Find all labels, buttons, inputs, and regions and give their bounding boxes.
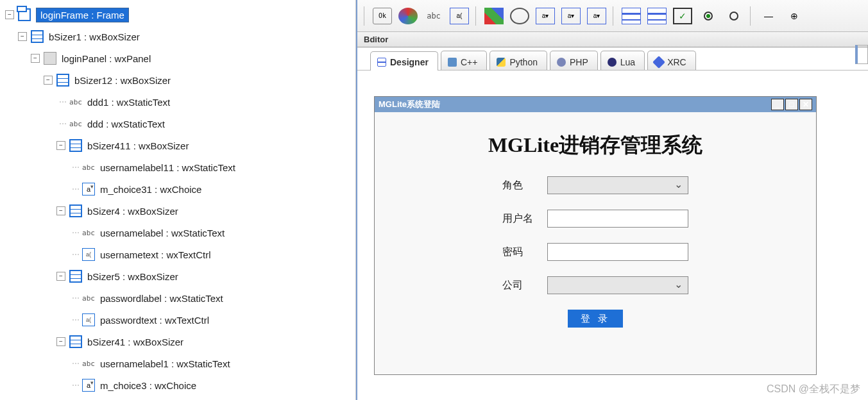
tab-php[interactable]: PHP [550,51,598,70]
tab-cpp[interactable]: C++ [441,51,487,70]
collapse-icon[interactable]: − [56,272,65,281]
role-select[interactable] [547,176,688,194]
tab-xrc[interactable]: XRC [647,51,696,70]
row-company: 公司 [413,276,778,294]
tab-designer[interactable]: Designer [370,51,438,71]
tree-label: loginFrame : Frame [36,8,129,22]
choice-widget-icon[interactable]: a▾ [561,8,581,24]
tree-node-textctrl[interactable]: ⋯ a( passwordtext : wxTextCtrl [5,309,355,331]
tree-node-statictext[interactable]: ⋯ abc passwordlabel : wxStaticText [5,287,355,309]
collapse-icon[interactable]: − [56,141,65,150]
collapse-icon[interactable]: − [18,32,27,41]
tree-node-choice[interactable]: ⋯ a m_choice3 : wxChoice [5,374,355,396]
object-tree[interactable]: − loginFrame : Frame − bSizer1 : wxBoxSi… [0,0,355,400]
tree-node-sizer[interactable]: − bSizer41 : wxBoxSizer [5,331,355,353]
tree-node-statictext[interactable]: ⋯ abc usernamelabel11 : wxStaticText [5,156,355,178]
cpp-icon [448,58,457,67]
textctrl-widget-icon[interactable]: a( [450,8,469,24]
login-heading: MGLite进销存管理系统 [413,131,778,160]
sizer-icon [69,270,82,283]
tree-node-statictext[interactable]: ⋯ abc usernamelabel1 : wxStaticText [5,353,355,374]
tree-node-statictext[interactable]: ⋯ abc usernamelabel : wxStaticText [5,222,355,244]
listbox-widget-icon[interactable] [622,8,641,24]
collapse-icon[interactable]: − [56,337,65,346]
statictext-widget-icon[interactable]: abc [424,8,443,24]
tree-node-sizer[interactable]: − bSizer12 : wxBoxSizer [5,69,355,91]
designer-icon [377,58,386,67]
sizer-icon [69,335,82,348]
combobox-widget-icon[interactable]: a▾ [536,8,555,24]
maximize-icon[interactable]: □ [785,99,798,110]
minimize-icon[interactable]: _ [771,99,784,110]
password-label: 密码 [502,246,547,259]
slider-widget-icon[interactable]: — [759,8,778,24]
video-widget-icon[interactable] [510,8,529,24]
company-label: 公司 [502,279,547,292]
row-role: 角色 [413,176,778,194]
radio-widget-icon[interactable] [699,8,718,24]
checkbox-widget-icon[interactable]: ✓ [673,8,692,24]
textctrl-icon: a( [82,313,95,326]
statictext-icon: abc [82,161,95,174]
watermark: CSDN @全栈不是梦 [767,383,860,396]
widget-toolbar: Ok abc a( a▾ a▾ a▾ ✓ — ⊕ [357,0,868,32]
tree-node-frame[interactable]: − loginFrame : Frame [5,4,355,26]
php-icon [557,58,566,67]
code-tabs: Designer C++ Python PHP Lua XRC [357,47,868,71]
button-widget-icon[interactable]: Ok [373,8,392,24]
password-input[interactable] [547,243,688,261]
collapse-icon[interactable]: − [31,54,40,63]
window-title: MGLite系统登陆 [379,99,771,110]
window-titlebar[interactable]: MGLite系统登陆 _ □ ✕ [375,97,816,112]
collapse-icon[interactable]: − [56,206,65,215]
tree-node-button[interactable]: ⋯ Ok login : wxButton [5,396,355,400]
tab-lua[interactable]: Lua [600,51,645,70]
choice2-widget-icon[interactable]: a▾ [587,8,606,24]
sizer-icon [56,74,69,87]
close-icon[interactable]: ✕ [799,99,812,110]
tab-python[interactable]: Python [489,51,547,70]
choice-icon: a [82,379,95,392]
tree-node-statictext[interactable]: ⋯ abc ddd1 : wxStaticText [5,91,355,113]
tree-node-textctrl[interactable]: ⋯ a( usernametext : wxTextCtrl [5,244,355,265]
sizer-icon [31,30,44,43]
tree-node-choice[interactable]: ⋯ a m_choice31 : wxChoice [5,178,355,200]
login-panel-body: MGLite进销存管理系统 角色 用户名 密码 公司 登 录 [375,112,816,347]
statictext-icon: abc [82,226,95,239]
tree-node-panel[interactable]: − loginPanel : wxPanel [5,47,355,69]
listctrl-widget-icon[interactable] [647,8,667,24]
bitmap-widget-icon[interactable] [398,8,418,24]
row-password: 密码 [413,243,778,261]
spin-widget-icon[interactable]: ⊕ [785,8,804,24]
statictext-icon: abc [82,357,95,370]
tree-node-sizer[interactable]: − bSizer411 : wxBoxSizer [5,135,355,156]
panel-icon [44,52,56,65]
frame-icon [18,8,31,21]
collapse-icon[interactable]: − [44,76,53,85]
username-label: 用户名 [502,212,547,226]
tree-node-sizer[interactable]: − bSizer5 : wxBoxSizer [5,265,355,287]
choice-icon: a [82,183,95,196]
username-input[interactable] [547,210,688,228]
right-panel-stub [855,45,868,64]
row-username: 用户名 [413,210,778,228]
python-icon [497,58,506,67]
tree-node-sizer[interactable]: − bSizer1 : wxBoxSizer [5,26,355,47]
company-select[interactable] [547,276,688,294]
object-tree-panel: − loginFrame : Frame − bSizer1 : wxBoxSi… [0,0,356,400]
tree-node-sizer[interactable]: − bSizer4 : wxBoxSizer [5,200,355,222]
editor-panel: Ok abc a( a▾ a▾ a▾ ✓ — ⊕ Bditor Designer… [356,0,868,400]
login-button[interactable]: 登 录 [568,310,623,328]
sizer-icon [69,204,82,217]
designer-canvas[interactable]: MGLite系统登陆 _ □ ✕ MGLite进销存管理系统 角色 用户名 密码 [374,96,817,375]
collapse-icon[interactable]: − [5,10,14,19]
statictext-icon: abc [69,96,82,108]
statictext-icon: abc [82,292,95,304]
sizer-icon [69,139,82,152]
radio2-widget-icon[interactable] [724,8,744,24]
tree-node-statictext[interactable]: ⋯ abc ddd : wxStaticText [5,113,355,135]
color-widget-icon[interactable] [484,8,504,24]
role-label: 角色 [502,179,547,192]
lua-icon [608,58,617,67]
editor-title: Bditor [357,32,868,47]
